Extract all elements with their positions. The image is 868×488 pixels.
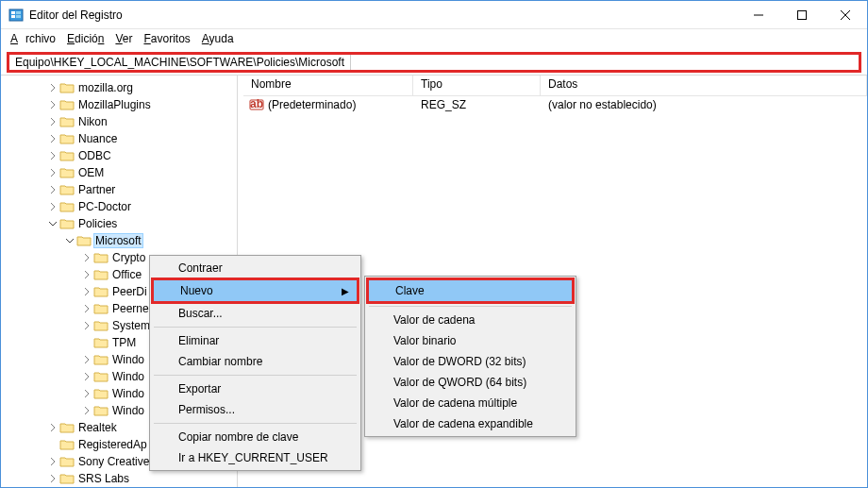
expand-icon[interactable] [63, 236, 76, 245]
tree-label: ODBC [76, 149, 113, 162]
folder-icon [59, 421, 75, 434]
tree-label: Policies [76, 217, 119, 230]
tree-label: Office [110, 268, 143, 281]
expand-icon[interactable] [46, 100, 59, 109]
ctx-permisos[interactable]: Permisos... [152, 399, 359, 420]
ctx-cambiar[interactable]: Cambiar nombre [152, 351, 359, 372]
svg-rect-6 [798, 10, 807, 19]
expand-icon[interactable] [46, 151, 59, 160]
value-data: (valor no establecido) [541, 98, 867, 111]
menu-ver[interactable]: Ver [111, 32, 136, 45]
address-wrapper: Equipo\HKEY_LOCAL_MACHINE\SOFTWARE\Polic… [1, 48, 867, 75]
address-label: Equipo\HKEY_LOCAL_MACHINE\SOFTWARE\Polic… [9, 55, 351, 70]
menu-edicion[interactable]: Edición [63, 32, 108, 45]
folder-icon [93, 387, 108, 400]
expand-icon[interactable] [46, 202, 59, 211]
col-name[interactable]: Nombre [243, 76, 413, 95]
tree-item-odbc[interactable]: ODBC [1, 147, 237, 164]
list-header: Nombre Tipo Datos [243, 76, 867, 96]
tree-item-nuance[interactable]: Nuance [1, 130, 237, 147]
close-button[interactable] [824, 1, 867, 28]
expand-icon[interactable] [46, 168, 59, 177]
folder-icon [59, 115, 75, 128]
sub-exp[interactable]: Valor de cadena expandible [367, 413, 574, 434]
tree-item-nikon[interactable]: Nikon [1, 113, 237, 130]
address-input[interactable] [351, 55, 859, 70]
sub-clave[interactable]: Clave [369, 280, 572, 301]
svg-rect-2 [11, 15, 15, 18]
tree-label: Partner [76, 183, 117, 196]
string-value-icon: ab [249, 98, 264, 111]
highlight-clave: Clave [366, 278, 575, 304]
tree-item-partner[interactable]: Partner [1, 181, 237, 198]
folder-icon [59, 98, 75, 111]
expand-icon[interactable] [46, 457, 59, 466]
expand-icon[interactable] [46, 134, 59, 143]
sub-binario[interactable]: Valor binario [367, 330, 574, 351]
expand-icon[interactable] [80, 287, 93, 296]
tree-label: OEM [76, 166, 106, 179]
tree-item-pc-doctor[interactable]: PC-Doctor [1, 198, 237, 215]
tree-item-oem[interactable]: OEM [1, 164, 237, 181]
tree-label: Crypto [110, 251, 147, 264]
tree-label: Realtek [76, 421, 119, 434]
tree-item-policies[interactable]: Policies [1, 215, 237, 232]
maximize-button[interactable] [780, 1, 824, 28]
ctx-eliminar[interactable]: Eliminar [152, 330, 359, 351]
minimize-button[interactable] [737, 1, 780, 28]
expand-icon[interactable] [80, 253, 93, 262]
ctx-copiar[interactable]: Copiar nombre de clave [152, 427, 359, 447]
folder-icon [59, 200, 75, 213]
expand-icon[interactable] [80, 389, 93, 398]
expand-icon[interactable] [46, 423, 59, 432]
menu-ayuda[interactable]: Ayuda [198, 32, 238, 45]
expand-icon[interactable] [46, 185, 59, 194]
ctx-exportar[interactable]: Exportar [152, 379, 359, 399]
folder-icon [59, 472, 75, 485]
tree-label: Windo [110, 387, 146, 400]
folder-icon [59, 132, 75, 145]
expand-icon[interactable] [80, 304, 93, 313]
svg-line-7 [841, 10, 850, 20]
expand-icon[interactable] [46, 117, 59, 126]
sub-cadena[interactable]: Valor de cadena [367, 310, 574, 330]
tree-item-srs-labs[interactable]: SRS Labs [1, 470, 237, 487]
ctx-nuevo[interactable]: Nuevo▶ [154, 280, 357, 301]
expand-icon[interactable] [80, 270, 93, 279]
ctx-ir[interactable]: Ir a HKEY_CURRENT_USER [152, 447, 359, 468]
expand-icon[interactable] [46, 83, 59, 93]
tree-label: Peerne [110, 302, 151, 315]
col-data[interactable]: Datos [541, 76, 867, 95]
expand-icon[interactable] [80, 372, 93, 381]
expand-icon[interactable] [80, 321, 93, 330]
menu-archivo[interactable]: Archivo [7, 32, 59, 45]
tree-item-microsoft[interactable]: Microsoft [1, 232, 237, 249]
list-row[interactable]: ab (Predeterminado) REG_SZ (valor no est… [243, 96, 867, 113]
window-controls [737, 1, 867, 28]
tree-item-mozillaplugins[interactable]: MozillaPlugins [1, 96, 237, 113]
expand-icon[interactable] [80, 355, 93, 364]
sub-qword[interactable]: Valor de QWORD (64 bits) [367, 372, 574, 393]
expand-icon[interactable] [46, 219, 59, 228]
svg-text:ab: ab [250, 98, 263, 110]
expand-icon[interactable] [80, 406, 93, 415]
folder-icon [59, 217, 75, 230]
submenu-arrow-icon: ▶ [342, 286, 349, 296]
ctx-buscar[interactable]: Buscar... [152, 303, 359, 324]
col-type[interactable]: Tipo [413, 76, 541, 95]
sub-multi[interactable]: Valor de cadena múltiple [367, 393, 574, 413]
tree-label: Nuance [76, 132, 119, 145]
folder-icon [93, 268, 108, 281]
tree-label: Windo [110, 404, 146, 417]
svg-rect-1 [11, 11, 15, 14]
folder-icon [59, 183, 75, 196]
sub-dword[interactable]: Valor de DWORD (32 bits) [367, 351, 574, 372]
ctx-contraer[interactable]: Contraer [152, 258, 359, 278]
tree-label: SRS Labs [76, 472, 131, 485]
svg-rect-3 [16, 11, 21, 14]
tree-label: TPM [110, 336, 138, 349]
menu-favoritos[interactable]: Favoritos [140, 32, 193, 45]
expand-icon[interactable] [46, 474, 59, 483]
folder-icon [59, 81, 75, 94]
tree-item-mozilla-org[interactable]: mozilla.org [1, 79, 237, 96]
